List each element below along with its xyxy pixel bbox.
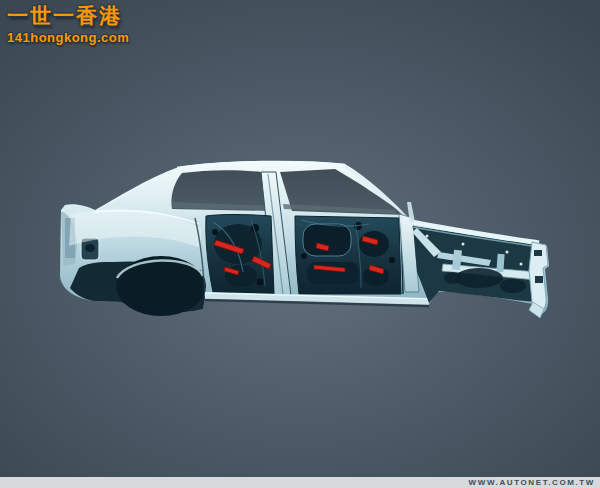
- photo-canvas: 一世一香港 141hongkong.com WWW.AUTONET.COM.TW: [0, 0, 600, 488]
- watermark: 一世一香港 141hongkong.com: [7, 5, 129, 44]
- watermark-brand: 一世一香港: [7, 5, 129, 26]
- window-openings: [171, 169, 405, 215]
- car-body-illustration: [55, 152, 555, 332]
- rear-door-inner: [206, 215, 274, 295]
- watermark-site-url: 141hongkong.com: [7, 31, 129, 44]
- credit-bar: WWW.AUTONET.COM.TW: [0, 477, 600, 488]
- front-door-inner: [295, 216, 401, 294]
- rear-underbody-shadow: [70, 256, 206, 316]
- car-body-shell: [60, 161, 549, 318]
- front-frame-structure: [407, 202, 543, 303]
- credit-site-text: WWW.AUTONET.COM.TW: [469, 477, 600, 488]
- car-body-photo: [55, 152, 555, 332]
